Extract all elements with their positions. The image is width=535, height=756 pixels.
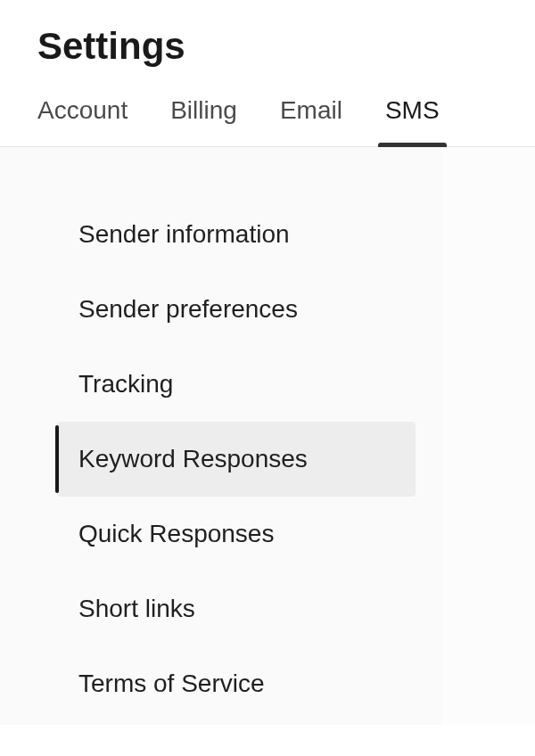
- primary-tabs: Account Billing Email SMS: [37, 96, 498, 146]
- tab-account[interactable]: Account: [37, 96, 128, 146]
- tab-billing[interactable]: Billing: [170, 96, 237, 146]
- tab-email[interactable]: Email: [280, 96, 342, 146]
- right-panel: [442, 147, 535, 725]
- sidebar-item-short-links[interactable]: Short links: [57, 571, 416, 646]
- sidebar-item-quick-responses[interactable]: Quick Responses: [57, 497, 416, 571]
- sidebar-item-tracking[interactable]: Tracking: [57, 347, 416, 422]
- sidebar-item-terms-of-service[interactable]: Terms of Service: [57, 646, 416, 721]
- settings-sidebar: Sender information Sender preferences Tr…: [0, 147, 442, 725]
- sidebar-item-sender-information[interactable]: Sender information: [57, 197, 416, 272]
- page-title: Settings: [37, 25, 498, 68]
- content-area: Sender information Sender preferences Tr…: [0, 147, 535, 725]
- sidebar-item-keyword-responses[interactable]: Keyword Responses: [57, 422, 416, 497]
- tab-sms[interactable]: SMS: [385, 96, 440, 146]
- sidebar-item-sender-preferences[interactable]: Sender preferences: [57, 272, 416, 347]
- settings-header: Settings Account Billing Email SMS: [0, 0, 535, 147]
